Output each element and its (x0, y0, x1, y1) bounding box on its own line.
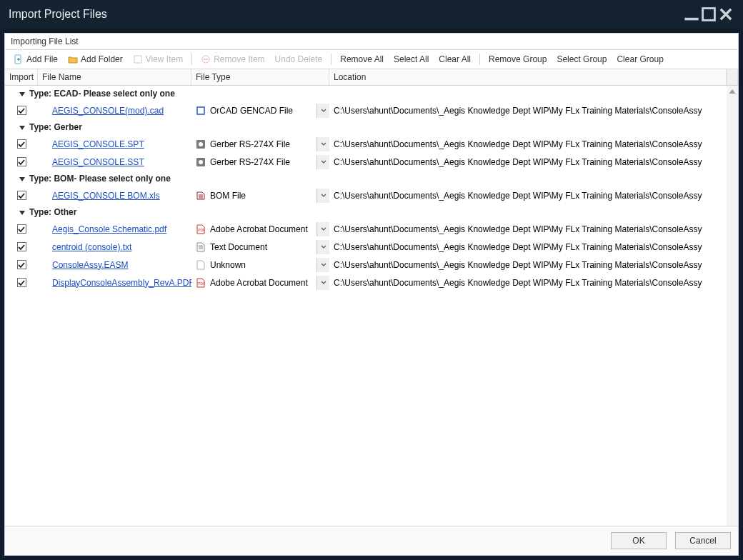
file-link[interactable]: centroid (console).txt (52, 242, 131, 252)
folder-add-icon (68, 54, 78, 64)
file-link[interactable]: Aegis_Console Schematic.pdf (52, 224, 166, 234)
import-checkbox[interactable] (17, 157, 26, 166)
file-row[interactable]: ConsoleAssy.EASMUnknownC:\Users\ahunt\Do… (5, 256, 738, 274)
orcad-file-icon (196, 106, 206, 116)
add-file-button[interactable]: Add File (9, 53, 62, 66)
undo-delete-label: Undo Delete (275, 54, 323, 64)
clear-group-button[interactable]: Clear Group (612, 53, 667, 66)
file-link[interactable]: AEGIS_CONSOLE.SST (52, 157, 144, 167)
import-checkbox[interactable] (17, 191, 26, 200)
import-checkbox[interactable] (17, 260, 26, 269)
filetype-display: OrCAD GENCAD File (191, 104, 316, 118)
filetype-label: Text Document (210, 242, 267, 252)
header-filetype[interactable]: File Type (191, 69, 329, 85)
file-row[interactable]: DisplayConsoleAssembly_RevA.PDFAdobe Acr… (5, 274, 738, 291)
svg-rect-1 (703, 9, 715, 21)
select-all-button[interactable]: Select All (389, 53, 433, 66)
file-row[interactable]: centroid (console).txtText DocumentC:\Us… (5, 238, 738, 256)
filetype-label: BOM File (210, 191, 246, 201)
remove-all-button[interactable]: Remove All (336, 53, 388, 66)
cell-filetype: Adobe Acrobat Document (191, 222, 329, 236)
filetype-dropdown-button[interactable] (316, 276, 329, 290)
collapse-caret-icon[interactable] (19, 126, 25, 130)
select-all-label: Select All (394, 54, 429, 64)
group-header[interactable]: Type: BOM - Please select only one (5, 171, 738, 186)
import-checkbox[interactable] (17, 224, 26, 234)
remove-group-button[interactable]: Remove Group (484, 53, 551, 66)
import-checkbox[interactable] (17, 242, 26, 251)
cell-import (5, 240, 38, 254)
group-header[interactable]: Type: Gerber (5, 119, 738, 135)
ok-button[interactable]: OK (611, 532, 667, 549)
group-header[interactable]: Type: ECAD - Please select only one (5, 86, 738, 101)
titlebar: Import Project Files (0, 0, 743, 29)
undo-delete-button: Undo Delete (271, 53, 327, 66)
grid-headers: Import File Name File Type Location (5, 69, 738, 86)
cell-filename: ConsoleAssy.EASM (38, 258, 191, 272)
toolbar: Add File Add Folder View Item Remove Ite (5, 50, 738, 69)
filetype-dropdown-button[interactable] (316, 104, 329, 118)
file-row[interactable]: Aegis_Console Schematic.pdfAdobe Acrobat… (5, 220, 738, 238)
txt-file-icon (196, 242, 206, 252)
filetype-dropdown-button[interactable] (316, 240, 329, 254)
header-import[interactable]: Import (5, 69, 38, 85)
file-row[interactable]: AEGIS_CONSOLE.SPTGerber RS-274X FileC:\U… (5, 135, 738, 153)
filetype-dropdown-button[interactable] (316, 189, 329, 203)
header-location[interactable]: Location (329, 69, 727, 85)
clear-group-label: Clear Group (617, 54, 663, 64)
filetype-display: Text Document (191, 240, 316, 254)
filetype-display: BOM File (191, 189, 316, 203)
cell-import (5, 104, 38, 117)
filetype-dropdown-button[interactable] (316, 222, 329, 236)
content-panel: Importing File List Add File Add Folder … (4, 33, 739, 556)
file-row[interactable]: AEGIS_CONSOLE.SSTGerber RS-274X FileC:\U… (5, 153, 738, 171)
cell-filename: centroid (console).txt (38, 240, 191, 254)
filetype-dropdown-button[interactable] (316, 137, 329, 151)
close-button[interactable] (717, 6, 734, 23)
cell-location: C:\Users\ahunt\Documents\_Aegis Knowledg… (329, 104, 738, 118)
group-label: Type: Gerber (29, 122, 82, 132)
file-link[interactable]: AEGIS_CONSOLE(mod).cad (52, 106, 164, 116)
collapse-caret-icon[interactable] (19, 92, 25, 96)
scroll-up-icon[interactable] (728, 87, 737, 96)
select-group-button[interactable]: Select Group (552, 53, 611, 66)
file-link[interactable]: DisplayConsoleAssembly_RevA.PDF (52, 278, 191, 288)
clear-all-label: Clear All (439, 54, 471, 64)
import-checkbox[interactable] (17, 139, 26, 149)
file-link[interactable]: ConsoleAssy.EASM (52, 260, 128, 270)
file-link[interactable]: AEGIS_CONSOLE.SPT (52, 139, 144, 149)
maximize-button[interactable] (700, 6, 717, 23)
header-filename[interactable]: File Name (38, 69, 191, 85)
import-checkbox[interactable] (17, 106, 26, 115)
filetype-dropdown-button[interactable] (316, 258, 329, 272)
cell-filename: AEGIS_CONSOLE BOM.xls (38, 189, 191, 203)
file-row[interactable]: AEGIS_CONSOLE(mod).cadOrCAD GENCAD FileC… (5, 101, 738, 119)
filetype-display: Gerber RS-274X File (191, 137, 316, 151)
cell-location: C:\Users\ahunt\Documents\_Aegis Knowledg… (329, 276, 738, 290)
cell-import (5, 137, 38, 151)
scrollbar-track[interactable] (727, 86, 738, 526)
remove-item-button: Remove Item (196, 53, 269, 66)
clear-all-button[interactable]: Clear All (434, 53, 475, 66)
grid-body[interactable]: Type: ECAD - Please select only oneAEGIS… (5, 86, 738, 526)
cancel-button[interactable]: Cancel (675, 532, 731, 549)
collapse-caret-icon[interactable] (19, 177, 25, 181)
remove-group-label: Remove Group (489, 54, 547, 64)
collapse-caret-icon[interactable] (19, 211, 25, 215)
minimize-button[interactable] (683, 6, 700, 23)
group-label: Type: BOM (29, 174, 74, 184)
pdf-file-icon (196, 224, 206, 234)
file-link[interactable]: AEGIS_CONSOLE BOM.xls (52, 191, 160, 201)
file-row[interactable]: AEGIS_CONSOLE BOM.xlsBOM FileC:\Users\ah… (5, 186, 738, 204)
filetype-dropdown-button[interactable] (316, 155, 329, 169)
cell-filetype: BOM File (191, 189, 329, 203)
view-icon (133, 54, 143, 64)
view-item-label: View Item (146, 54, 183, 64)
unknown-file-icon (196, 260, 206, 270)
import-checkbox[interactable] (17, 278, 26, 287)
group-header[interactable]: Type: Other (5, 204, 738, 220)
add-file-label: Add File (26, 54, 58, 64)
add-folder-button[interactable]: Add Folder (64, 53, 127, 66)
filetype-display: Adobe Acrobat Document (191, 222, 316, 236)
filetype-label: OrCAD GENCAD File (210, 106, 293, 116)
